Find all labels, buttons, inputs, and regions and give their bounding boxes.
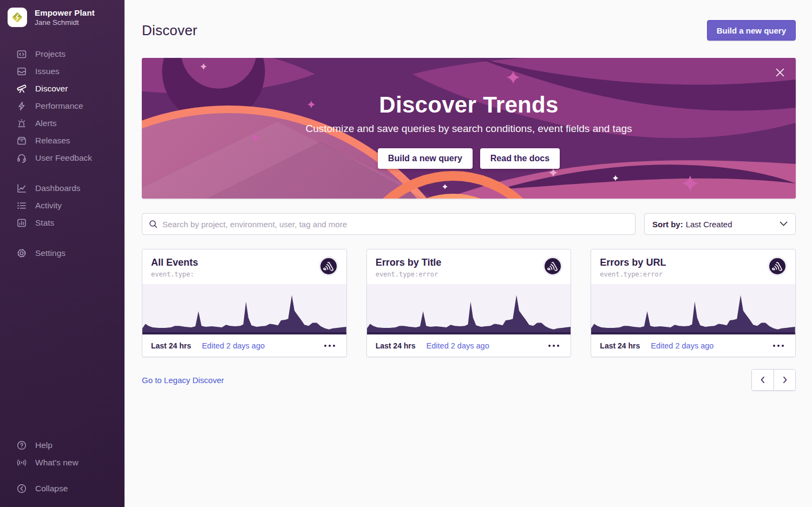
sidebar-item-stats[interactable]: Stats: [0, 214, 125, 232]
user-feedback-icon: [16, 153, 27, 163]
sort-dropdown[interactable]: Sort by: Last Created: [644, 213, 796, 235]
sidebar-item-label: What's new: [35, 458, 78, 468]
chevron-left-icon: [758, 376, 767, 384]
help-icon: [16, 440, 27, 451]
time-range-label: Last 24 hrs: [376, 341, 416, 350]
discover-icon: [16, 83, 27, 94]
issues-icon: [16, 66, 27, 77]
query-title: Errors by URL: [600, 257, 787, 268]
performance-icon: [16, 101, 27, 111]
sidebar-footer: Help What's new Collapse: [0, 437, 125, 507]
org-avatar-icon: [8, 8, 27, 27]
chevron-right-icon: [781, 376, 789, 384]
legacy-discover-link[interactable]: Go to Legacy Discover: [142, 376, 224, 385]
sidebar-item-activity[interactable]: Activity: [0, 197, 125, 214]
org-switcher[interactable]: Empower Plant Jane Schmidt: [0, 0, 125, 27]
sidebar-item-label: Issues: [35, 67, 60, 76]
releases-icon: [16, 135, 27, 146]
page-title: Discover: [142, 22, 198, 39]
sentry-logo-icon: [768, 256, 787, 276]
saved-query-card-errors-by-url[interactable]: Errors by URL event.type:error Last 24 h…: [591, 249, 796, 357]
sidebar-nav: Projects Issues Discover Performance Ale…: [0, 45, 125, 275]
build-new-query-button[interactable]: Build a new query: [707, 20, 796, 41]
sidebar-item-projects[interactable]: Projects: [0, 45, 125, 63]
chevron-down-icon: [780, 221, 788, 227]
sidebar-item-dashboards[interactable]: Dashboards: [0, 180, 125, 197]
query-string: event.type:error: [600, 271, 787, 278]
sidebar-item-label: Collapse: [35, 484, 68, 493]
sidebar-item-label: Projects: [35, 49, 66, 59]
projects-icon: [16, 49, 27, 60]
edited-link[interactable]: Edited 2 days ago: [651, 341, 713, 350]
sidebar-item-label: Performance: [35, 101, 83, 111]
stats-icon: [16, 218, 27, 228]
sidebar-item-whats-new[interactable]: What's new: [0, 454, 125, 471]
time-range-label: Last 24 hrs: [151, 341, 191, 350]
ellipsis-icon: [772, 344, 784, 347]
sidebar-item-label: Releases: [35, 136, 70, 146]
main-content: Discover Build a new query: [125, 0, 812, 507]
banner-read-docs-button[interactable]: Read the docs: [480, 148, 560, 169]
broadcast-icon: [16, 457, 27, 468]
query-sparkline-chart: [591, 284, 795, 334]
banner-build-query-button[interactable]: Build a new query: [378, 148, 473, 169]
sidebar-item-label: User Feedback: [35, 153, 92, 163]
pagination-next-button[interactable]: [774, 370, 795, 390]
search-input[interactable]: [162, 220, 628, 229]
sidebar-item-releases[interactable]: Releases: [0, 132, 125, 149]
query-title: Errors by Title: [376, 257, 562, 268]
query-title: All Events: [151, 257, 338, 268]
settings-icon: [16, 248, 27, 259]
sentry-logo-icon: [319, 256, 338, 276]
pagination-prev-button[interactable]: [752, 370, 774, 390]
banner-subtitle: Customize and save queries by search con…: [305, 123, 632, 135]
saved-query-list: All Events event.type: Last 24 hrs Edite…: [142, 249, 796, 357]
query-sparkline-chart: [367, 284, 571, 334]
sort-value: Last Created: [686, 220, 732, 229]
sidebar-item-label: Help: [35, 440, 53, 450]
card-menu-button[interactable]: [770, 342, 787, 350]
saved-query-card-all-events[interactable]: All Events event.type: Last 24 hrs Edite…: [142, 249, 347, 357]
query-string: event.type:error: [376, 271, 562, 278]
sidebar: Empower Plant Jane Schmidt Projects Issu…: [0, 0, 125, 507]
sidebar-item-label: Discover: [35, 84, 68, 94]
sidebar-item-issues[interactable]: Issues: [0, 63, 125, 80]
sidebar-item-label: Stats: [35, 218, 54, 228]
sidebar-item-discover[interactable]: Discover: [0, 80, 125, 97]
alerts-icon: [16, 118, 27, 129]
user-name: Jane Schmidt: [35, 18, 95, 27]
sidebar-item-alerts[interactable]: Alerts: [0, 115, 125, 132]
card-menu-button[interactable]: [322, 342, 338, 350]
sidebar-item-user-feedback[interactable]: User Feedback: [0, 149, 125, 167]
edited-link[interactable]: Edited 2 days ago: [427, 341, 489, 350]
search-icon: [149, 220, 158, 228]
sidebar-item-performance[interactable]: Performance: [0, 97, 125, 115]
ellipsis-icon: [324, 344, 336, 347]
sidebar-item-help[interactable]: Help: [0, 437, 125, 454]
ellipsis-icon: [548, 344, 560, 347]
banner-close-button[interactable]: [773, 65, 787, 80]
sort-label: Sort by:: [652, 220, 683, 229]
query-sparkline-chart: [142, 284, 346, 334]
time-range-label: Last 24 hrs: [600, 341, 640, 350]
close-icon: [775, 68, 785, 77]
sidebar-item-label: Activity: [35, 201, 62, 210]
search-box: [142, 213, 636, 235]
dashboards-icon: [16, 183, 27, 194]
sidebar-item-label: Dashboards: [35, 183, 81, 193]
saved-query-card-errors-by-title[interactable]: Errors by Title event.type:error Last 24…: [366, 249, 572, 357]
edited-link[interactable]: Edited 2 days ago: [202, 341, 265, 350]
query-string: event.type:: [151, 271, 338, 278]
discover-trends-banner: Discover Trends Customize and save queri…: [142, 58, 796, 199]
collapse-icon: [16, 483, 27, 494]
sidebar-item-label: Alerts: [35, 118, 57, 128]
activity-icon: [16, 200, 27, 211]
sidebar-item-label: Settings: [35, 248, 66, 258]
card-menu-button[interactable]: [546, 342, 562, 350]
sidebar-item-settings[interactable]: Settings: [0, 245, 125, 262]
banner-title: Discover Trends: [379, 92, 558, 118]
sidebar-collapse-button[interactable]: Collapse: [0, 480, 125, 497]
org-name: Empower Plant: [35, 8, 95, 17]
pagination: [751, 369, 796, 391]
